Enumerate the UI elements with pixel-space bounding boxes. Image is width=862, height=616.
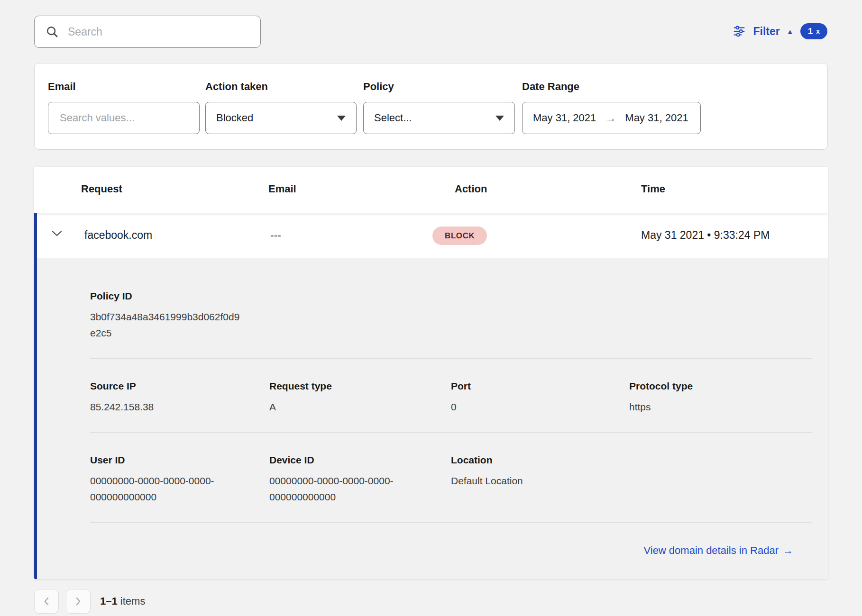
caret-down-icon	[337, 116, 346, 121]
detail-protocol-type: Protocol type https	[629, 380, 812, 415]
column-header-action: Action	[455, 183, 487, 195]
arrow-right-icon: →	[783, 544, 793, 556]
pagination: 1–1 items	[34, 589, 145, 614]
items-count: 1–1 items	[100, 595, 145, 607]
date-range-end: May 31, 2021	[625, 112, 688, 124]
source-ip-label: Source IP	[90, 380, 269, 392]
detail-policy-id: Policy ID 3b0f734a48a3461999b3d062f0d9e2…	[90, 290, 812, 341]
detail-device-id: Device ID 00000000-0000-0000-0000-000000…	[269, 454, 451, 505]
row-details: Policy ID 3b0f734a48a3461999b3d062f0d9e2…	[34, 258, 828, 579]
row-time: May 31 2021 • 9:33:24 PM	[641, 229, 770, 242]
device-id-label: Device ID	[269, 454, 451, 466]
search-icon	[45, 25, 59, 39]
user-id-label: User ID	[90, 454, 269, 466]
filter-count-badge[interactable]: 1 x	[800, 23, 827, 39]
search-box	[34, 16, 261, 48]
divider	[90, 432, 812, 433]
arrow-right-icon: →	[605, 112, 616, 125]
date-range-picker[interactable]: May 31, 2021 → May 31, 2021	[522, 102, 701, 134]
previous-page-button[interactable]	[34, 589, 59, 614]
user-id-value: 00000000-0000-0000-0000-000000000000	[90, 473, 237, 505]
filter-field-policy: Policy Select...	[363, 81, 515, 134]
next-page-button[interactable]	[66, 589, 91, 614]
port-label: Port	[451, 380, 629, 392]
detail-location: Location Default Location	[451, 454, 629, 505]
radar-link-label: View domain details in Radar	[643, 544, 779, 556]
table-header: Request Email Action Time	[34, 167, 828, 213]
column-header-email: Email	[268, 183, 296, 195]
policy-id-value: 3b0f734a48a3461999b3d062f0d9e2c5	[90, 309, 240, 341]
clear-filter-x[interactable]: x	[816, 27, 820, 35]
policy-value: Select...	[374, 112, 412, 124]
port-value: 0	[451, 399, 629, 415]
policy-label: Policy	[363, 81, 515, 93]
filter-field-email: Email	[48, 81, 200, 134]
detail-source-ip: Source IP 85.242.158.38	[90, 380, 269, 415]
chevron-right-icon	[74, 597, 82, 606]
items-range: 1–1	[100, 595, 118, 607]
logs-table: Request Email Action Time facebook.com -…	[34, 167, 828, 579]
policy-id-label: Policy ID	[90, 290, 812, 302]
source-ip-value: 85.242.158.38	[90, 399, 269, 415]
email-search-input[interactable]	[59, 111, 189, 125]
filter-field-action-taken: Action taken Blocked	[205, 81, 357, 134]
date-range-start: May 31, 2021	[533, 112, 596, 124]
detail-identity-row: User ID 00000000-0000-0000-0000-00000000…	[90, 454, 812, 505]
detail-network-row: Source IP 85.242.158.38 Request type A P…	[90, 380, 812, 415]
device-id-value: 00000000-0000-0000-0000-000000000000	[269, 473, 416, 505]
column-header-request: Request	[81, 183, 122, 195]
block-status-badge: BLOCK	[432, 226, 487, 245]
row-email: ---	[270, 229, 281, 242]
chevron-up-icon[interactable]: ▲	[787, 28, 794, 35]
filter-count: 1	[808, 26, 813, 36]
filter-field-date-range: Date Range May 31, 2021 → May 31, 2021	[522, 81, 701, 134]
items-label: items	[120, 595, 146, 607]
filter-toggle[interactable]: Filter ▲ 1 x	[732, 23, 827, 39]
search-input[interactable]	[67, 25, 250, 39]
email-field-label: Email	[48, 81, 200, 93]
location-label: Location	[451, 454, 629, 466]
policy-select[interactable]: Select...	[363, 102, 515, 134]
detail-request-type: Request type A	[269, 380, 451, 415]
chevron-down-icon	[51, 230, 63, 237]
filter-label: Filter	[753, 25, 780, 38]
divider	[90, 358, 812, 359]
column-header-time: Time	[641, 183, 665, 195]
request-type-label: Request type	[269, 380, 451, 392]
caret-down-icon	[495, 116, 504, 121]
filter-sliders-icon	[732, 24, 747, 38]
row-request-domain: facebook.com	[84, 229, 152, 242]
table-row[interactable]: facebook.com --- BLOCK May 31 2021 • 9:3…	[34, 213, 828, 258]
filter-panel: Email Action taken Blocked Policy Select…	[34, 63, 828, 150]
detail-port: Port 0	[451, 380, 629, 415]
action-taken-label: Action taken	[205, 81, 357, 93]
request-type-value: A	[269, 399, 451, 415]
detail-user-id: User ID 00000000-0000-0000-0000-00000000…	[90, 454, 269, 505]
radar-link[interactable]: View domain details in Radar→	[643, 544, 793, 556]
protocol-type-value: https	[629, 399, 812, 415]
date-range-label: Date Range	[522, 81, 701, 93]
expanded-row-accent-bar	[34, 213, 37, 579]
divider	[90, 522, 812, 523]
location-value: Default Location	[451, 473, 629, 489]
action-taken-value: Blocked	[216, 112, 253, 124]
protocol-type-label: Protocol type	[629, 380, 812, 392]
action-taken-select[interactable]: Blocked	[205, 102, 357, 134]
collapse-row-button[interactable]	[51, 230, 63, 237]
chevron-left-icon	[43, 597, 50, 606]
